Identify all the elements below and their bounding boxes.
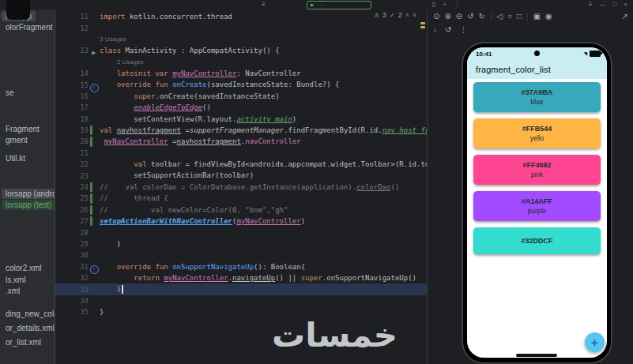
tree-item[interactable]: .xml: [2, 286, 24, 296]
tree-item[interactable]: lorsapp (android: [2, 189, 55, 199]
line-number[interactable]: 26: [55, 206, 89, 214]
line-number[interactable]: 22: [55, 160, 89, 168]
home-indicator[interactable]: [516, 354, 557, 357]
run-more-icon[interactable]: ⋯: [318, 2, 324, 9]
color-card[interactable]: #FFB544yello: [473, 118, 601, 148]
line-number[interactable]: 14: [55, 69, 89, 77]
line-number[interactable]: 29: [55, 240, 89, 248]
scrollbar-warning-mark[interactable]: [420, 26, 425, 28]
more-options-icon[interactable]: ⋮: [459, 24, 467, 35]
usages-hint[interactable]: 3 Usages: [100, 33, 427, 45]
code-text[interactable]: enableEdgeToEdge(): [100, 102, 427, 113]
line-number[interactable]: 11: [55, 13, 89, 21]
tree-item[interactable]: gment: [2, 135, 32, 145]
tree-item[interactable]: olorFragment: [2, 22, 55, 32]
panel-menu-icon[interactable]: ≡: [589, 1, 593, 9]
tree-item[interactable]: or_details.xml: [2, 323, 55, 333]
toolbar-menu-icon[interactable]: ≡: [262, 1, 266, 8]
fullscreen-icon[interactable]: ↗: [622, 11, 628, 21]
code-text[interactable]: }: [100, 238, 427, 250]
tab-options-icon[interactable]: ⋮: [454, 1, 460, 9]
tree-item[interactable]: ding_new_color.x: [2, 309, 55, 319]
line-number[interactable]: 12: [55, 24, 89, 32]
line-number[interactable]: 35: [55, 308, 89, 316]
code-text[interactable]: setSupportActionBar(toolbar): [100, 170, 427, 181]
overview-icon[interactable]: □: [517, 11, 522, 21]
code-editor[interactable]: 11import kotlin.concurrent.thread123 Usa…: [55, 9, 427, 364]
rotate-device-icon[interactable]: ↺: [445, 24, 451, 35]
minimize-panel-icon[interactable]: —: [599, 1, 605, 9]
code-text[interactable]: // thread {: [100, 193, 427, 204]
tree-item[interactable]: se: [2, 88, 18, 98]
color-card[interactable]: #32DDCF: [473, 227, 601, 254]
line-number[interactable]: 23: [55, 172, 89, 180]
code-text[interactable]: setupActionBarWithNavController(myNavCon…: [100, 216, 427, 227]
add-color-fab[interactable]: +: [585, 332, 605, 352]
tree-item[interactable]: lorsapp (test): [2, 200, 55, 210]
record-screen-icon[interactable]: ◉: [545, 11, 552, 21]
save-screenshot-icon[interactable]: ↓: [433, 24, 437, 35]
line-number[interactable]: 15: [55, 81, 89, 89]
code-text[interactable]: return myNavController.navigateUp() || s…: [100, 272, 427, 283]
tree-item[interactable]: or_list.xml: [2, 337, 45, 347]
project-tool-tab[interactable]: [6, 0, 30, 20]
code-text[interactable]: }: [100, 283, 427, 295]
line-number[interactable]: 32: [55, 274, 89, 282]
code-text[interactable]: class MainActivity : AppCompatActivity()…: [100, 45, 427, 56]
color-card[interactable]: #37A9BAblue: [473, 82, 601, 112]
line-number[interactable]: 16: [55, 92, 89, 100]
line-number[interactable]: 30: [55, 251, 89, 259]
power-icon[interactable]: ⊙: [433, 11, 439, 21]
color-card[interactable]: #A14AFFpurple: [473, 191, 601, 221]
volume-down-icon[interactable]: ⊖: [456, 11, 462, 21]
code-text[interactable]: override fun onCreate(savedInstanceState…: [100, 79, 427, 90]
run-icon[interactable]: ▶: [92, 50, 96, 55]
tree-item[interactable]: ls.xml: [2, 275, 30, 285]
inspections-widget[interactable]: ⚠ 3 ✓ 2 ∧ ∨: [371, 11, 419, 19]
line-number[interactable]: 17: [55, 103, 89, 111]
device-tab-icon[interactable]: ▯: [432, 1, 435, 9]
line-number[interactable]: 31: [55, 263, 89, 271]
tree-item[interactable]: color2.xml: [2, 263, 46, 273]
code-text[interactable]: lateinit var myNavController: NavControl…: [100, 68, 427, 79]
tree-item[interactable]: Fragment: [2, 124, 43, 134]
line-number[interactable]: 21: [55, 149, 89, 157]
code-text[interactable]: super.onCreate(savedInstanceState): [100, 91, 427, 102]
rotate-right-icon[interactable]: ↻: [479, 11, 485, 21]
line-number[interactable]: 13: [55, 47, 89, 54]
run-icon[interactable]: ▶: [311, 2, 315, 9]
line-number[interactable]: 20: [55, 137, 89, 145]
home-icon[interactable]: ○: [507, 11, 512, 21]
line-number[interactable]: 33: [55, 286, 89, 294]
line-number[interactable]: 18: [55, 115, 89, 123]
emulator-screen[interactable]: 10:41 ◥ fragment_color_list #37A9BAblue#…: [467, 47, 607, 358]
volume-up-icon[interactable]: ⊕: [444, 11, 450, 21]
new-device-tab-icon[interactable]: +: [443, 1, 446, 9]
maximize-panel-icon[interactable]: □: [612, 1, 616, 9]
line-number[interactable]: 34: [55, 297, 89, 305]
back-icon[interactable]: ◁: [496, 11, 503, 21]
code-text[interactable]: myNavController =navhostfragment.navCont…: [100, 136, 427, 147]
line-number[interactable]: 19: [55, 126, 89, 134]
usages-hint[interactable]: 3 Usages: [100, 56, 427, 68]
rotate-left-icon[interactable]: ↺: [467, 11, 473, 21]
code-text[interactable]: // val colorDao = ColorDatabase.getInsta…: [100, 182, 427, 193]
usages-label[interactable]: 3 Usages: [100, 36, 126, 43]
color-card[interactable]: #FF4692pink: [473, 155, 601, 185]
line-number[interactable]: 27: [55, 217, 89, 225]
usages-label[interactable]: 3 Usages: [100, 58, 143, 66]
scrollbar-warning-mark[interactable]: [420, 22, 425, 24]
next-problem-icon[interactable]: ∨: [413, 12, 416, 18]
prev-problem-icon[interactable]: ∧: [405, 12, 409, 18]
code-text[interactable]: override fun onSupportNavigateUp(): Bool…: [100, 261, 427, 272]
code-text[interactable]: val navhostfragment =supportFragmentMana…: [100, 125, 427, 136]
code-text[interactable]: // val newColor=Color(0, "bnm","gh": [100, 205, 427, 216]
code-text[interactable]: setContentView(R.layout.activity_main): [100, 114, 427, 125]
line-number[interactable]: 24: [55, 183, 89, 191]
code-text[interactable]: val toolbar = findViewById<androidx.appc…: [100, 159, 427, 170]
close-panel-icon[interactable]: ×: [624, 1, 627, 9]
screenshot-icon[interactable]: ▣: [533, 11, 540, 21]
line-number[interactable]: 25: [55, 194, 89, 202]
tree-item[interactable]: Util.kt: [2, 153, 29, 163]
run-configuration-widget[interactable]: ▶ ⋯: [307, 1, 371, 9]
